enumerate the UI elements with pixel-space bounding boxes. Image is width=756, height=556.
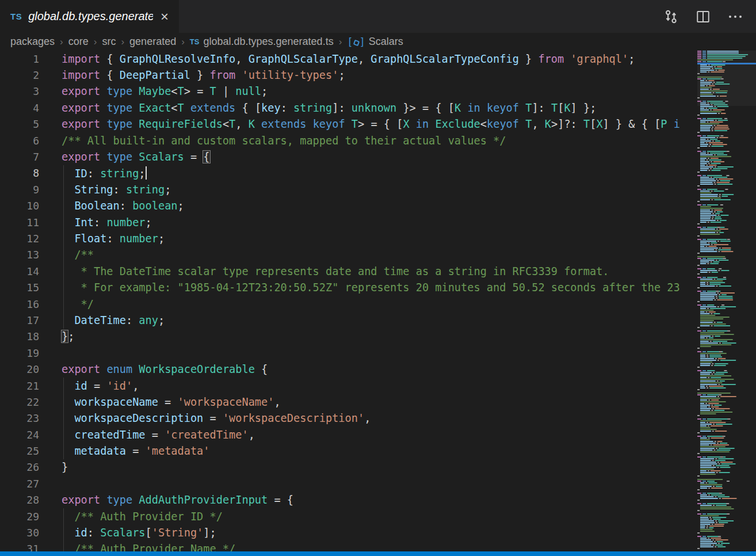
compare-changes-icon[interactable] <box>663 9 679 25</box>
line-number[interactable]: 13 <box>0 249 39 261</box>
code-line[interactable]: 9 String: string; <box>0 181 756 197</box>
line-number[interactable]: 16 <box>0 298 39 310</box>
code-text: /** Auth Provider ID */ <box>39 511 223 523</box>
line-number[interactable]: 27 <box>0 478 39 490</box>
code-line[interactable]: 29 /** Auth Provider ID */ <box>0 508 756 524</box>
code-line[interactable]: 1import { GraphQLResolveInfo, GraphQLSca… <box>0 51 756 67</box>
code-text: Float: number; <box>39 233 165 245</box>
line-number[interactable]: 23 <box>0 412 39 424</box>
code-text: export type RequireFields<T, K extends k… <box>39 118 680 130</box>
line-number[interactable]: 14 <box>0 265 39 277</box>
code-text: Int: number; <box>39 216 152 229</box>
code-line[interactable]: 16 */ <box>0 296 756 312</box>
code-text: */ <box>39 298 94 310</box>
line-number[interactable]: 8 <box>0 167 39 179</box>
line-number[interactable]: 26 <box>0 461 39 473</box>
indent-guide <box>63 165 64 329</box>
line-number[interactable]: 20 <box>0 363 39 375</box>
code-line[interactable]: 11 Int: number; <box>0 214 756 230</box>
code-text: id: Scalars['String']; <box>39 527 216 539</box>
code-line[interactable]: 3export type Maybe<T> = T | null; <box>0 83 756 100</box>
tab-global-db-types[interactable]: TS global.db.types.generated.ts × <box>0 0 180 33</box>
line-number[interactable]: 24 <box>0 429 39 441</box>
line-number[interactable]: 1 <box>0 53 39 65</box>
code-line[interactable]: 21 id = 'id', <box>0 378 756 394</box>
breadcrumb-item-packages[interactable]: packages <box>10 36 55 48</box>
code-text: * The DateTime scalar type represents da… <box>39 265 609 277</box>
line-number[interactable]: 18 <box>0 330 39 342</box>
line-number[interactable]: 30 <box>0 527 39 539</box>
line-number[interactable]: 11 <box>0 216 39 229</box>
line-number[interactable]: 2 <box>0 69 39 81</box>
typescript-file-icon: TS <box>190 37 200 46</box>
tab-title: global.db.types.generated.ts <box>28 10 153 23</box>
code-text: export type Exact<T extends { [key: stri… <box>39 102 596 114</box>
code-line[interactable]: 6/** All built-in and custom scalars, ma… <box>0 132 756 148</box>
code-line[interactable]: 4export type Exact<T extends { [key: str… <box>0 100 756 116</box>
code-line[interactable]: 30 id: Scalars['String']; <box>0 524 756 540</box>
code-text: ID: string; <box>39 166 147 180</box>
code-line[interactable]: 31 /** Auth Provider Name */ <box>0 541 756 551</box>
line-number[interactable]: 3 <box>0 85 39 97</box>
code-line[interactable]: 15 * For example: "1985-04-12T23:20:50.5… <box>0 279 756 295</box>
indent-guide <box>63 508 64 551</box>
split-editor-icon[interactable] <box>695 9 711 25</box>
code-line[interactable]: 28export type AddAuthProviderInput = { <box>0 492 756 508</box>
code-text: String: string; <box>39 184 171 196</box>
code-text: import { GraphQLResolveInfo, GraphQLScal… <box>39 53 635 65</box>
code-line[interactable]: 26} <box>0 459 756 475</box>
line-number[interactable]: 6 <box>0 135 39 147</box>
code-line[interactable]: 14 * The DateTime scalar type represents… <box>0 263 756 279</box>
line-number[interactable]: 5 <box>0 118 39 130</box>
code-line[interactable]: 18}; <box>0 329 756 345</box>
line-number[interactable]: 22 <box>0 396 39 408</box>
line-number[interactable]: 29 <box>0 511 39 523</box>
breadcrumb-item-generated[interactable]: generated <box>129 36 176 48</box>
line-number[interactable]: 12 <box>0 233 39 245</box>
code-line[interactable]: 10 Boolean: boolean; <box>0 198 756 214</box>
code-text: Boolean: boolean; <box>39 200 184 212</box>
code-line[interactable]: 8 ID: string; <box>0 165 756 181</box>
code-text: workspaceName = 'workspaceName', <box>39 396 281 408</box>
code-line[interactable]: 23 workspaceDescription = 'workspaceDesc… <box>0 410 756 426</box>
breadcrumb-item-core[interactable]: core <box>68 36 89 48</box>
code-line[interactable]: 12 Float: number; <box>0 230 756 246</box>
code-line[interactable]: 24 createdTime = 'createdTime', <box>0 426 756 443</box>
line-number[interactable]: 15 <box>0 281 39 294</box>
code-line[interactable]: 5export type RequireFields<T, K extends … <box>0 116 756 132</box>
line-number[interactable]: 31 <box>0 543 39 551</box>
code-line[interactable]: 7export type Scalars = { <box>0 148 756 165</box>
editor-actions <box>663 0 756 33</box>
code-line[interactable]: 20export enum WorkspaceOrderable { <box>0 361 756 377</box>
code-line[interactable]: 22 workspaceName = 'workspaceName', <box>0 394 756 410</box>
breadcrumb-item-file[interactable]: global.db.types.generated.ts <box>203 36 333 48</box>
breadcrumb-item-symbol[interactable]: Scalars <box>369 36 403 48</box>
code-text: export enum WorkspaceOrderable { <box>39 363 268 375</box>
line-number[interactable]: 25 <box>0 445 39 457</box>
line-number[interactable]: 17 <box>0 314 39 326</box>
status-bar[interactable] <box>0 551 756 556</box>
code-line[interactable]: 2import { DeepPartial } from 'utility-ty… <box>0 67 756 83</box>
minimap[interactable] <box>697 51 756 551</box>
code-editor[interactable]: 1import { GraphQLResolveInfo, GraphQLSca… <box>0 51 756 551</box>
indent-guide <box>63 378 64 459</box>
line-number[interactable]: 21 <box>0 380 39 392</box>
close-icon[interactable]: × <box>159 11 170 22</box>
line-number[interactable]: 10 <box>0 200 39 212</box>
code-line[interactable]: 13 /** <box>0 247 756 263</box>
minimap-slider[interactable] <box>697 51 756 106</box>
code-text: workspaceDescription = 'workspaceDescrip… <box>39 412 371 424</box>
more-actions-icon[interactable] <box>727 9 743 25</box>
line-number[interactable]: 28 <box>0 494 39 506</box>
line-number[interactable]: 19 <box>0 347 39 359</box>
code-line[interactable]: 27 <box>0 475 756 492</box>
line-number[interactable]: 9 <box>0 184 39 196</box>
breadcrumb-item-src[interactable]: src <box>102 36 116 48</box>
code-text: metadata = 'metadata' <box>39 445 210 457</box>
code-line[interactable]: 17 DateTime: any; <box>0 312 756 328</box>
line-number[interactable]: 4 <box>0 102 39 114</box>
line-number[interactable]: 7 <box>0 151 39 163</box>
symbol-object-icon: [] <box>347 36 365 48</box>
code-line[interactable]: 25 metadata = 'metadata' <box>0 443 756 459</box>
code-line[interactable]: 19 <box>0 345 756 361</box>
